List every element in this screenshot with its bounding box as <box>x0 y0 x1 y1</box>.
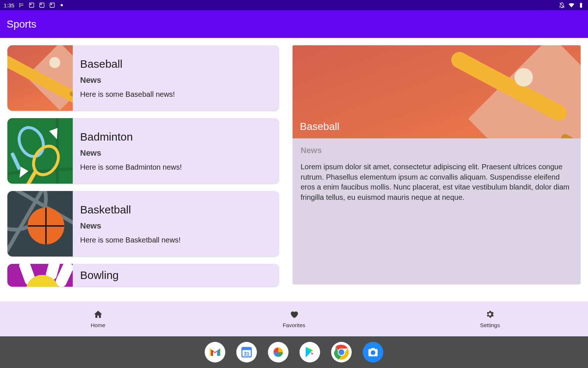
dock-chrome[interactable] <box>331 342 352 362</box>
svg-point-11 <box>338 349 344 355</box>
sport-snippet: Here is some Basketball news! <box>80 236 180 244</box>
svg-rect-0 <box>29 3 34 7</box>
sport-thumb-basketball <box>7 191 73 256</box>
detail-subtitle: News <box>301 146 573 155</box>
app-bar: Sports <box>0 10 588 38</box>
home-icon <box>93 309 103 319</box>
dock-playstore[interactable] <box>300 342 320 362</box>
svg-rect-7 <box>242 347 251 350</box>
sport-title: Baseball <box>80 58 175 70</box>
sport-title: Basketball <box>80 204 180 216</box>
sport-title: Badminton <box>80 131 182 143</box>
sport-subtitle: News <box>80 221 180 231</box>
status-overflow-dot <box>61 4 63 6</box>
svg-rect-3 <box>40 4 42 5</box>
sport-thumb-badminton <box>7 118 73 184</box>
nav-home[interactable]: Home <box>0 301 196 336</box>
svg-rect-4 <box>50 3 54 7</box>
app-title: Sports <box>7 18 36 30</box>
sport-card-baseball[interactable]: Baseball News Here is some Baseball news… <box>7 45 279 111</box>
nav-label: Home <box>91 322 105 328</box>
nav-settings[interactable]: Settings <box>392 301 588 336</box>
detail-hero-image: Baseball <box>293 45 581 138</box>
status-time: 1:35 <box>4 2 14 8</box>
dock-gmail[interactable] <box>205 342 225 362</box>
sport-card-badminton[interactable]: Badminton News Here is some Badminton ne… <box>7 118 279 184</box>
dock-photos[interactable] <box>268 342 288 362</box>
sport-card-basketball[interactable]: Basketball News Here is some Basketball … <box>7 191 279 256</box>
detail-pane: Baseball News Lorem ipsum dolor sit amet… <box>293 45 581 294</box>
sport-card-bowling[interactable]: Bowling <box>7 264 279 287</box>
svg-rect-1 <box>30 4 31 5</box>
dock-calendar[interactable]: 31 <box>236 342 257 362</box>
system-nav-dock: 31 <box>0 336 588 368</box>
sport-snippet: Here is some Badminton news! <box>80 163 182 171</box>
status-notification-icon <box>28 2 35 8</box>
battery-icon <box>578 2 584 8</box>
dnd-icon <box>559 2 565 8</box>
sport-subtitle: News <box>80 148 182 158</box>
nav-label: Settings <box>480 322 500 328</box>
status-notification-icon <box>18 2 25 8</box>
bottom-navigation: Home Favorites Settings <box>0 301 588 336</box>
sports-list[interactable]: Baseball News Here is some Baseball news… <box>7 45 279 294</box>
nav-label: Favorites <box>283 322 305 328</box>
svg-point-12 <box>372 351 374 354</box>
sport-subtitle: News <box>80 75 175 85</box>
sport-title: Bowling <box>80 269 119 282</box>
main-content: Baseball News Here is some Baseball news… <box>0 38 588 301</box>
status-notification-icon <box>39 2 45 8</box>
detail-title: Baseball <box>300 121 339 132</box>
heart-icon <box>289 309 299 319</box>
sport-thumb-baseball <box>7 45 73 111</box>
sport-thumb-bowling <box>7 264 73 287</box>
wifi-icon <box>568 2 575 8</box>
svg-rect-5 <box>51 4 52 5</box>
sport-detail-card: Baseball News Lorem ipsum dolor sit amet… <box>293 45 581 284</box>
sport-snippet: Here is some Baseball news! <box>80 90 175 99</box>
status-notification-icon <box>49 2 55 8</box>
detail-body-text: Lorem ipsum dolor sit amet, consectetur … <box>301 162 573 202</box>
android-status-bar: 1:35 <box>0 0 588 10</box>
svg-rect-2 <box>40 3 44 7</box>
svg-text:31: 31 <box>244 351 250 357</box>
gear-icon <box>485 309 495 319</box>
nav-favorites[interactable]: Favorites <box>196 301 392 336</box>
dock-camera[interactable] <box>363 342 383 362</box>
